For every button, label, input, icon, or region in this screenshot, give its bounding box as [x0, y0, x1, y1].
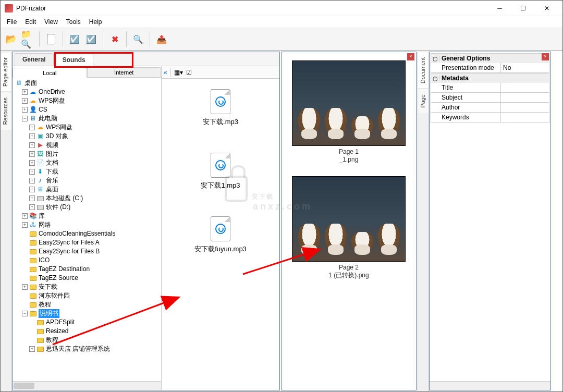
sidetab-page[interactable]: Page [418, 89, 429, 113]
tree-item[interactable]: −🖥此电脑 [14, 114, 161, 123]
tree-expander[interactable]: + [22, 284, 28, 290]
collapse-button[interactable]: « [164, 69, 167, 76]
tree-item[interactable]: Easy2Sync for Files B [14, 247, 161, 256]
tree-item[interactable]: +♪音乐 [14, 176, 161, 185]
tree-expander[interactable]: + [22, 89, 28, 95]
prop-subject-value[interactable] [501, 93, 549, 102]
zoom-fit-button[interactable]: 🔍 [131, 32, 145, 46]
maximize-button[interactable]: ☐ [511, 1, 535, 16]
minimize-button[interactable]: ─ [488, 1, 511, 16]
tree-item[interactable]: +安下载 [14, 283, 161, 291]
tree-expander[interactable]: + [29, 160, 35, 166]
tree-item[interactable]: +📚库 [14, 212, 161, 220]
file-item[interactable]: 安下载1.mp3 [201, 153, 240, 190]
tree-expander[interactable]: + [29, 169, 35, 175]
tree-item[interactable]: +▣3D 对象 [14, 132, 161, 141]
new-page-button[interactable] [44, 32, 58, 46]
sidetab-page-editor[interactable]: Page editor [1, 52, 11, 92]
tree-item[interactable]: ComodoCleaningEssentials [14, 229, 161, 238]
file-name: 安下载1.mp3 [201, 181, 240, 190]
tree-item[interactable]: 教程 [14, 300, 161, 309]
tree-item[interactable]: +思迅天店 店铺管理系统 [14, 345, 161, 353]
view-options-button[interactable]: ☑ [186, 69, 192, 76]
tree-item[interactable]: TagEZ Source [14, 274, 161, 283]
check-settings-button[interactable]: ☑️ [67, 32, 82, 46]
open-folder-button[interactable]: 📂 [4, 32, 18, 46]
audio-file-icon [211, 153, 230, 178]
menu-help[interactable]: Help [85, 17, 106, 27]
open-folder-search-button[interactable]: 📁🔍 [20, 32, 35, 46]
tree-item[interactable]: Easy2Sync for Files A [14, 238, 161, 247]
menu-file[interactable]: File [3, 17, 21, 27]
page-thumbnail[interactable]: Page 21 (已转换).png [292, 176, 406, 279]
tree-expander[interactable]: + [22, 98, 28, 104]
prop-keywords-value[interactable] [501, 113, 549, 122]
tree-expander[interactable]: + [29, 142, 35, 148]
tree-item[interactable]: 教程 [14, 336, 161, 345]
tree-item[interactable]: +📄文档 [14, 158, 161, 167]
tree-item[interactable]: −说明书 [14, 309, 161, 318]
tree-expander[interactable]: − [22, 311, 28, 316]
tree-item[interactable]: TagEZ Destination [14, 265, 161, 274]
tree-item[interactable]: +☁WPS网盘 [14, 96, 161, 105]
tree-expander[interactable]: + [29, 178, 35, 183]
file-list[interactable]: 安下载.mp3安下载1.mp3安下载fuyun.mp3 [162, 79, 279, 390]
menu-view[interactable]: View [40, 17, 62, 27]
prop-title-value[interactable] [501, 83, 549, 92]
tree-item[interactable]: Resized [14, 327, 161, 336]
tab-general[interactable]: General [15, 53, 54, 66]
tree-item[interactable]: 河东软件园 [14, 291, 161, 300]
delete-button[interactable]: ✖ [107, 32, 122, 46]
tree-expander[interactable]: + [29, 133, 35, 139]
tree-expander[interactable]: + [22, 107, 28, 113]
properties-panel: × ▢General Options Presentation modeNo ▢… [429, 52, 551, 390]
properties-close[interactable]: × [542, 53, 549, 60]
expand-metadata[interactable]: ▢ [431, 76, 439, 81]
tree-item[interactable]: +🖥桌面 [14, 185, 161, 194]
tree-expander[interactable]: + [29, 125, 35, 130]
export-button[interactable]: 📤 [154, 32, 169, 46]
folder-tree[interactable]: 🖥桌面+☁OneDrive+☁WPS网盘+👤CS−🖥此电脑+☁WPS网盘+▣3D… [13, 78, 161, 381]
page-thumbnail[interactable]: Page 1_1.png [292, 60, 406, 164]
check-all-button[interactable]: ☑️ [84, 32, 99, 46]
tree-item[interactable]: +⬇下载 [14, 167, 161, 176]
tree-item[interactable]: +软件 (D:) [14, 203, 161, 212]
close-button[interactable]: ✕ [535, 1, 558, 16]
tree-item[interactable]: ICO [14, 256, 161, 265]
subtab-local[interactable]: Local [13, 68, 87, 78]
tree-item[interactable]: +🖧网络 [14, 220, 161, 229]
tree-item[interactable]: +🖼图片 [14, 150, 161, 158]
tree-item[interactable]: APDFSplit [14, 318, 161, 327]
subtab-internet[interactable]: Internet [87, 67, 162, 77]
tree-item[interactable]: +👤CS [14, 105, 161, 114]
tree-expander[interactable]: + [22, 213, 28, 219]
properties-hscroll[interactable] [430, 381, 550, 390]
tree-expander[interactable]: + [29, 204, 35, 210]
prop-author-value[interactable] [501, 103, 549, 112]
tree-expander[interactable]: + [29, 346, 35, 352]
tree-item[interactable]: +☁WPS网盘 [14, 123, 161, 132]
tree-hscrollbar[interactable] [13, 381, 161, 390]
expand-general[interactable]: ▢ [431, 56, 439, 62]
page-image [292, 176, 406, 262]
prop-title-label: Title [431, 83, 501, 92]
prop-presentation-mode-value[interactable]: No [501, 63, 549, 72]
tree-item[interactable]: +▶视频 [14, 141, 161, 150]
tree-item[interactable]: +☁OneDrive [14, 88, 161, 96]
sidetab-resources[interactable]: Resources [1, 92, 11, 130]
tree-expander[interactable]: + [22, 222, 28, 228]
menu-tools[interactable]: Tools [62, 17, 85, 27]
tree-item[interactable]: +本地磁盘 (C:) [14, 194, 161, 203]
tree-expander[interactable]: + [29, 151, 35, 157]
tree-expander[interactable]: + [29, 187, 35, 192]
tree-expander[interactable]: − [22, 116, 28, 121]
tree-expander[interactable]: + [29, 195, 35, 201]
menu-edit[interactable]: Edit [21, 17, 40, 27]
tree-root[interactable]: 🖥桌面 [14, 79, 161, 88]
file-item[interactable]: 安下载fuyun.mp3 [194, 216, 247, 254]
tab-sounds[interactable]: Sounds [55, 54, 93, 66]
view-icons-button[interactable]: ▦▾ [174, 69, 183, 76]
sidetab-document[interactable]: Document [418, 52, 429, 89]
file-item[interactable]: 安下载.mp3 [203, 89, 238, 127]
pages-panel-close[interactable]: × [407, 53, 414, 60]
